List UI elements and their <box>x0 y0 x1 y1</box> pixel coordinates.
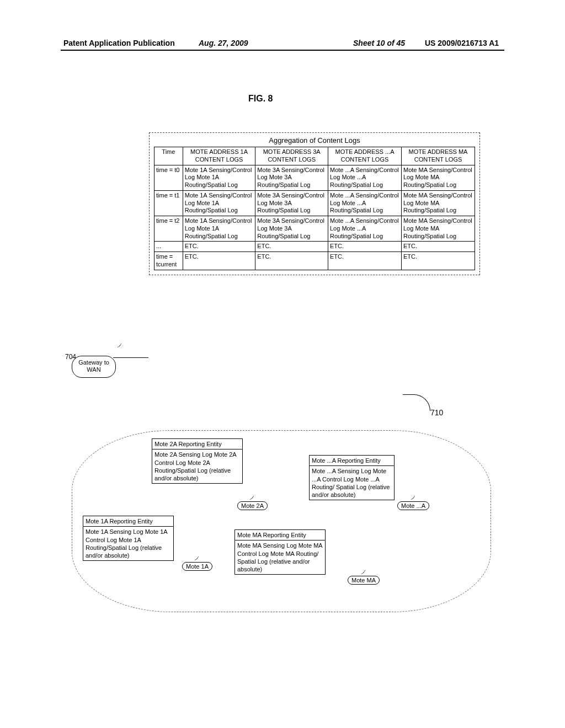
cell: Mote 1A Sensing/Control Log Mote 1A Rout… <box>183 190 255 216</box>
cell: ETC. <box>401 252 475 270</box>
cell: ETC. <box>328 242 401 252</box>
cell: Mote ...A Sensing/Control Log Mote ...A … <box>328 190 401 216</box>
mote-ma-header: Mote MA Reporting Entity <box>235 530 325 540</box>
table-row: time = t1 Mote 1A Sensing/Control Log Mo… <box>154 190 475 216</box>
col-mote-dota: MOTE ADDRESS ...A CONTENT LOGS <box>328 147 401 165</box>
cell: Mote MA Sensing/Control Log Mote MA Rout… <box>401 190 475 216</box>
figure-title: FIG. 8 <box>248 94 273 104</box>
cell: Mote 1A Sensing/Control Log Mote 1A Rout… <box>183 165 255 190</box>
header-docnum: US 2009/0216713 A1 <box>425 39 499 47</box>
mote-dota-label: Mote ...A <box>397 501 429 510</box>
mote-1a-label: Mote 1A <box>182 562 212 571</box>
col-mote-1a: MOTE ADDRESS 1A CONTENT LOGS <box>183 147 255 165</box>
aggregation-title: Aggregation of Content Logs <box>154 136 475 144</box>
ref-710-leader <box>403 394 430 411</box>
mote-1a-body: Mote 1A Sensing Log Mote 1A Control Log … <box>83 527 173 560</box>
col-mote-ma: MOTE ADDRESS MA CONTENT LOGS <box>401 147 475 165</box>
cell: ETC. <box>183 252 255 270</box>
mote-1a-node: ⟋ Mote 1A <box>182 554 212 571</box>
cell: Mote 3A Sensing/Control Log Mote 3A Rout… <box>255 190 328 216</box>
mote-2a-header: Mote 2A Reporting Entity <box>152 439 242 449</box>
cell: Mote MA Sensing/Control Log Mote MA Rout… <box>401 216 475 242</box>
cell: Mote MA Sensing/Control Log Mote MA Rout… <box>401 165 475 190</box>
mote-dota-body: Mote ...A Sensing Log Mote ...A Control … <box>310 466 394 500</box>
cell: Mote 1A Sensing/Control Log Mote 1A Rout… <box>183 216 255 242</box>
cell: ETC. <box>255 242 328 252</box>
table-row: time = t2 Mote 1A Sensing/Control Log Mo… <box>154 216 475 242</box>
aggregation-table: Time MOTE ADDRESS 1A CONTENT LOGS MOTE A… <box>154 147 475 270</box>
table-row: time = tcurrent ETC. ETC. ETC. ETC. <box>154 252 475 270</box>
mote-1a-header: Mote 1A Reporting Entity <box>83 516 173 527</box>
antenna-icon: ⟋ <box>182 554 212 562</box>
antenna-icon: ⟋ <box>348 568 380 576</box>
cell-time: time = tcurrent <box>154 252 183 270</box>
aggregation-panel: Aggregation of Content Logs Time MOTE AD… <box>149 132 480 275</box>
header-publication: Patent Application Publication <box>63 39 175 47</box>
mote-2a-label: Mote 2A <box>237 501 268 510</box>
cell: Mote 3A Sensing/Control Log Mote 3A Rout… <box>255 216 328 242</box>
cell: ETC. <box>183 242 255 252</box>
mote-dota-reporting-box: Mote ...A Reporting Entity Mote ...A Sen… <box>309 455 395 500</box>
mote-1a-reporting-box: Mote 1A Reporting Entity Mote 1A Sensing… <box>83 516 174 561</box>
table-header-row: Time MOTE ADDRESS 1A CONTENT LOGS MOTE A… <box>154 147 475 165</box>
table-row: time = t0 Mote 1A Sensing/Control Log Mo… <box>154 165 475 190</box>
antenna-icon: ⟋ <box>116 341 124 350</box>
col-time: Time <box>154 147 183 165</box>
gateway-node: Gateway to WAN <box>72 356 116 378</box>
cell-time: time = t1 <box>154 190 183 216</box>
header-date: Aug. 27, 2009 <box>199 39 248 47</box>
cell: Mote 3A Sensing/Control Log Mote 3A Rout… <box>255 165 328 190</box>
mote-ma-node: ⟋ Mote MA <box>348 568 380 585</box>
mote-ma-reporting-box: Mote MA Reporting Entity Mote MA Sensing… <box>234 529 326 575</box>
mote-dota-node: ⟋ Mote ...A <box>397 494 429 510</box>
mote-ma-label: Mote MA <box>348 576 380 585</box>
mote-2a-node: ⟋ Mote 2A <box>237 494 268 510</box>
cell: ETC. <box>401 242 475 252</box>
ref-710: 710 <box>430 408 443 417</box>
mote-2a-body: Mote 2A Sensing Log Mote 2A Control Log … <box>152 449 242 483</box>
cell-time: ... <box>154 242 183 252</box>
cell: ETC. <box>328 252 401 270</box>
header-rule <box>61 50 504 51</box>
cell: Mote ...A Sensing/Control Log Mote ...A … <box>328 165 401 190</box>
antenna-icon: ⟋ <box>237 494 268 501</box>
mote-dota-header: Mote ...A Reporting Entity <box>310 456 394 466</box>
cell: Mote ...A Sensing/Control Log Mote ...A … <box>328 216 401 242</box>
gateway-connector <box>113 357 148 358</box>
cell-time: time = t2 <box>154 216 183 242</box>
header-sheet: Sheet 10 of 45 <box>353 39 405 47</box>
col-mote-3a: MOTE ADDRESS 3A CONTENT LOGS <box>255 147 328 165</box>
table-row: ... ETC. ETC. ETC. ETC. <box>154 242 475 252</box>
antenna-icon: ⟋ <box>397 494 429 501</box>
mote-ma-body: Mote MA Sensing Log Mote MA Control Log … <box>235 540 325 574</box>
cell-time: time = t0 <box>154 165 183 190</box>
cell: ETC. <box>255 252 328 270</box>
mote-2a-reporting-box: Mote 2A Reporting Entity Mote 2A Sensing… <box>152 438 243 484</box>
